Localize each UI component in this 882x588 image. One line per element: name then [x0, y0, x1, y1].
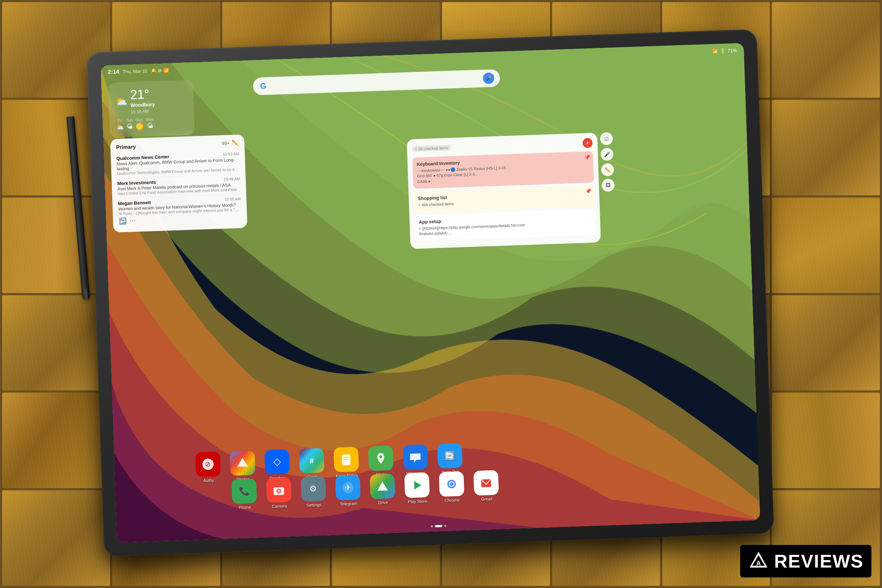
note-shopping-list[interactable]: 📌 Shopping list + 466 checked items — [414, 186, 595, 212]
dropbox-icon: ◇ — [264, 449, 290, 474]
weather-temperature: 21° — [130, 87, 154, 102]
checkbox-icon[interactable]: ☑ — [600, 132, 613, 146]
app-icon-drive[interactable]: Drive — [370, 474, 396, 506]
weather-day-icon: 🌤 — [146, 122, 154, 130]
maps-icon — [368, 446, 393, 471]
add-note-button[interactable]: + — [582, 138, 593, 148]
wood-tile — [772, 100, 880, 195]
notes-header: + 26 checked items + — [412, 138, 593, 154]
reviews-logo-icon: A — [748, 550, 769, 573]
gmail-time: 10:48 AM — [224, 177, 240, 182]
gmail-icon — [474, 470, 499, 496]
app-icon-keep[interactable]: Keep Notes — [333, 447, 359, 478]
weather-day-sun: Sun 🟡 — [135, 117, 144, 131]
pin-icon: 📌 — [585, 188, 592, 194]
image-icon[interactable]: 🖼 — [602, 179, 615, 192]
weather-day-fri: Fri ⛅ — [116, 118, 124, 132]
weather-widget[interactable]: ⛅ 21° Woodbury 11:16 AM Fri ⛅ Sat 🌤 Sun — [108, 80, 195, 138]
weather-day-mon: Mon 🌤 — [146, 117, 154, 131]
weather-cloud-icon: ⛅ — [115, 95, 128, 107]
telegram-label: Telegram — [340, 501, 357, 507]
search-input[interactable] — [270, 78, 483, 86]
gmail-title: Primary — [116, 144, 136, 150]
weather-forecast: Fri ⛅ Sat 🌤 Sun 🟡 Mon 🌤 — [116, 116, 188, 132]
svg-text:✈: ✈ — [345, 483, 351, 492]
slack-icon: # — [299, 448, 324, 473]
status-right: 📶 🔋 71% — [712, 48, 737, 54]
gmail-item-3[interactable]: Megan Bennett 10:05 AM Women and wealth … — [118, 194, 242, 228]
tablet-device: 2:14 Thu, Mar 10 🔔 ⚙ 📶 📶 🔋 71% ⛅ 21° Woo… — [87, 29, 774, 556]
svg-marker-18 — [414, 481, 422, 490]
messages-icon — [402, 444, 428, 470]
settings-icon: ⚙ — [301, 476, 326, 502]
wood-tile — [772, 198, 880, 293]
gmail-header: Primary 99+ ✏️ — [116, 140, 239, 151]
play-label: Play Store — [408, 499, 428, 504]
note-app-setup[interactable]: App setup + [AIDA64](https://play.google… — [414, 209, 596, 241]
authy-label: Authy — [203, 478, 214, 483]
camera-label: Camera — [272, 504, 287, 509]
gmail-count: 99+ — [222, 141, 230, 146]
reviews-badge: A REVIEWS — [740, 545, 872, 578]
svg-text:⊘: ⊘ — [205, 460, 212, 468]
voice-icon[interactable]: 🎤 — [600, 148, 614, 161]
keep-icon — [333, 447, 359, 472]
gmail-widget[interactable]: Primary 99+ ✏️ Qualcomm News Center 10:5… — [110, 134, 248, 232]
gmail-reply-icon[interactable]: ↩️ — [118, 217, 127, 225]
app-icon-gmail[interactable]: Gmail — [474, 470, 499, 502]
app-icon-chrome[interactable]: Chrome — [439, 471, 465, 503]
wood-tile — [2, 295, 110, 391]
weather-location: Woodbury — [130, 102, 155, 108]
app-icon-syncpro[interactable]: 🔄 Sync Pro — [437, 443, 463, 475]
weather-time: 11:16 AM — [130, 109, 155, 114]
weather-day-name: Sun — [135, 117, 143, 122]
pencil-icon[interactable]: ✏️ — [601, 164, 614, 176]
svg-text:⚙: ⚙ — [309, 484, 318, 494]
weather-day-sat: Sat 🌤 — [126, 118, 133, 132]
phone-label: Phone — [238, 505, 251, 510]
svg-text:📞: 📞 — [239, 486, 250, 496]
note-keyboard-inventory[interactable]: 📌 Keyboard Inventory ~~Keyboards~~ ●●🔵 Z… — [412, 152, 594, 189]
phone-icon: 📞 — [231, 478, 257, 504]
app-icon-slack[interactable]: # Slack — [299, 448, 325, 480]
gmail-time: 10:05 AM — [224, 197, 241, 202]
weather-day-icon: 🌤 — [127, 123, 134, 130]
wood-tile — [2, 490, 110, 586]
svg-line-7 — [343, 459, 349, 460]
chrome-icon — [439, 471, 464, 496]
svg-text:🔄: 🔄 — [444, 450, 456, 461]
keep-notes-widget[interactable]: + 26 checked items + 📌 Keyboard Inventor… — [407, 133, 601, 249]
wifi-icon: 📶 — [712, 48, 718, 54]
app-icon-maps[interactable]: Maps — [368, 446, 394, 477]
gmail-time: 10:53 AM — [223, 152, 239, 157]
app-icon-settings[interactable]: ⚙ Settings — [301, 476, 326, 508]
gmail-compose-icon[interactable]: ✏️ — [232, 140, 239, 147]
nav-dot — [444, 525, 446, 527]
gmail-label: Gmail — [481, 496, 492, 502]
telegram-icon: ✈ — [335, 475, 360, 500]
notes-side-icons: ☑ 🎤 ✏️ 🖼 — [600, 132, 615, 192]
app-icon-camera[interactable]: Camera — [266, 477, 292, 509]
svg-text:#: # — [309, 456, 314, 465]
drive-label: Drive — [378, 500, 388, 506]
chrome-label: Chrome — [444, 497, 460, 502]
google-logo: G — [260, 81, 266, 91]
svg-line-6 — [343, 457, 349, 458]
app-icon-photos[interactable]: Photos — [230, 450, 255, 482]
battery-percent: 71% — [728, 48, 737, 53]
app-icon-telegram[interactable]: ✈ Telegram — [335, 475, 361, 507]
app-icon-dropbox[interactable]: ◇ Dropbox — [264, 449, 290, 481]
notes-checked-label: + 26 checked items — [412, 145, 451, 152]
tablet-screen: 2:14 Thu, Mar 10 🔔 ⚙ 📶 📶 🔋 71% ⛅ 21° Woo… — [100, 43, 760, 543]
gmail-item-1[interactable]: Qualcomm News Center 10:53 AM News Alert… — [116, 149, 240, 178]
photos-icon — [230, 450, 255, 476]
app-icon-messages[interactable]: Messages — [402, 444, 428, 476]
reviews-text: REVIEWS — [774, 550, 864, 572]
app-icon-phone[interactable]: 📞 Phone — [231, 478, 257, 510]
app-icon-authy[interactable]: ⊘ Authy — [195, 452, 221, 483]
syncpro-icon: 🔄 — [437, 443, 462, 468]
app-icon-play[interactable]: Play Store — [404, 472, 430, 504]
microphone-icon[interactable]: 🎤 — [483, 72, 494, 84]
gmail-more-icon[interactable]: ⋯ — [129, 217, 136, 225]
svg-marker-17 — [377, 482, 388, 491]
